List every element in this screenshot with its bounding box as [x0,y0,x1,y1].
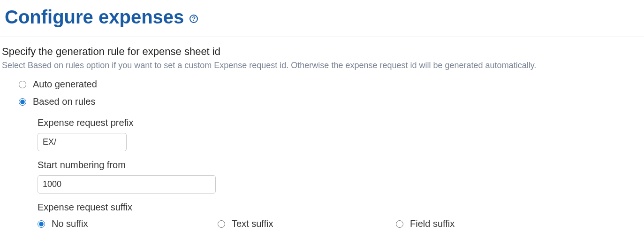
radio-text-suffix[interactable] [218,220,225,228]
page-title-text: Configure expenses [5,7,184,27]
radio-based-on-rules-label[interactable]: Based on rules [33,96,95,107]
section-title: Specify the generation rule for expense … [2,46,642,58]
radio-auto-generated-label[interactable]: Auto generated [33,79,97,90]
generation-rule-radio-group: Auto generated Based on rules [2,79,642,107]
prefix-label: Expense request prefix [38,117,642,128]
page-title: Configure expenses ? [5,7,198,27]
radio-based-on-rules[interactable] [19,98,26,106]
radio-field-suffix[interactable] [396,220,403,228]
radio-no-suffix[interactable] [38,220,45,228]
start-number-input[interactable] [38,175,216,194]
radio-text-suffix-label[interactable]: Text suffix [232,218,273,229]
suffix-label: Expense request suffix [38,202,642,213]
suffix-radio-group: No suffix Text suffix Field suffix [38,218,642,229]
expense-prefix-input[interactable] [38,133,127,151]
section-subtitle: Select Based on rules option if you want… [2,61,642,70]
radio-field-suffix-label[interactable]: Field suffix [410,218,455,229]
radio-auto-generated[interactable] [19,81,26,88]
radio-no-suffix-label[interactable]: No suffix [52,218,88,229]
start-number-label: Start numbering from [38,160,642,170]
help-icon[interactable]: ? [189,15,198,23]
rules-config-block: Expense request prefix Start numbering f… [2,114,642,229]
